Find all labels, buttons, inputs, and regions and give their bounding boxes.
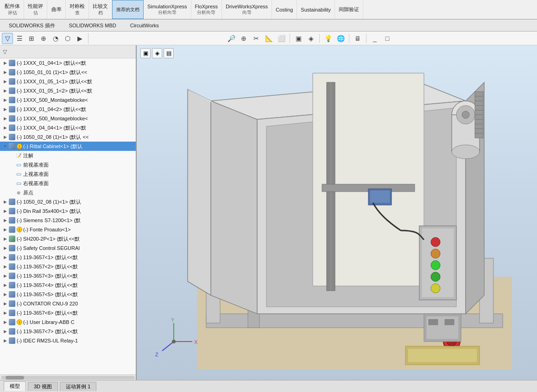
tree-item-item22[interactable]: ▶(-) CONTATOR CNU-9 220 — [0, 299, 136, 308]
tree-item-item8[interactable]: ▶(-) 1XXX_04_04<1> (默认<<默 — [0, 123, 136, 132]
tab-mbd[interactable]: SOLIDWORKS MBD — [62, 21, 123, 30]
tree-expand-item2[interactable]: ▶ — [2, 70, 8, 75]
tree-expand-item10[interactable]: ▼ — [2, 144, 8, 149]
vptool-display2[interactable]: ◈ — [305, 33, 316, 44]
viewport[interactable]: ▣ ◈ ▤ — [137, 45, 537, 380]
tree-item-item18[interactable]: ▶(-) 119-3657<2> (默认<<默 — [0, 262, 136, 271]
feature-tree[interactable]: ▶(-) 1XXX_01_04<1> (默认<<默▶(-) 1050_01_01… — [0, 58, 136, 374]
tree-expand-item8[interactable]: ▶ — [2, 125, 8, 130]
menu-driveworks[interactable]: DriveWorksXpress 向导 — [222, 0, 272, 19]
tree-expand-item7[interactable]: ▶ — [2, 116, 8, 121]
tree-expand-item15[interactable]: ▶ — [2, 236, 8, 241]
tree-item-item10e[interactable]: ⊕原点 — [0, 188, 136, 197]
toolbar-list-btn[interactable]: ☰ — [14, 33, 25, 44]
tree-expand-item6[interactable]: ▶ — [2, 107, 8, 112]
toolbar-shape-btn[interactable]: ⬡ — [62, 33, 73, 44]
tree-item-item16[interactable]: ▶(-) Safety Control SEGURAI — [0, 243, 136, 253]
svg-rect-23 — [370, 190, 390, 203]
horiz-scroll[interactable] — [0, 374, 136, 380]
tree-item-item3[interactable]: ▶(-) 1XXX_01_05_1<1> (默认<<默 — [0, 77, 136, 86]
tree-expand-item23[interactable]: ▶ — [2, 311, 8, 315]
tree-item-item17[interactable]: ▶(-) 119-3657<1> (默认<<默 — [0, 253, 136, 262]
tree-expand-item24[interactable]: ▶ — [2, 320, 8, 324]
vptool-zoom[interactable]: ⊕ — [238, 33, 249, 44]
tree-expand-item26[interactable]: ▶ — [2, 338, 8, 343]
vptool-monitor[interactable]: 🖥 — [352, 33, 363, 44]
tree-expand-item21[interactable]: ▶ — [2, 292, 8, 297]
menu-tuijian[interactable]: 推荐的文档 — [112, 0, 144, 19]
toolbar-target-btn[interactable]: ⊕ — [38, 33, 49, 44]
tree-item-item11[interactable]: ▶(-) 1050_02_08 (1)<1> (默认 — [0, 197, 136, 206]
vptool-measure[interactable]: 📐 — [263, 33, 274, 44]
menu-simulation[interactable]: SimulationXpress 分析向导 — [144, 0, 191, 19]
tree-item-item19[interactable]: ▶(-) 119-3657<3> (默认<<默 — [0, 271, 136, 280]
tree-item-item21[interactable]: ▶(-) 119-3657<5> (默认<<默 — [0, 290, 136, 299]
vp-perspective-icon[interactable]: ▣ — [140, 48, 151, 58]
tree-item-item6[interactable]: ▶(-) 1XXX_01_04<2> (默认<<默 — [0, 105, 136, 114]
toolbar-pie-btn[interactable]: ◔ — [50, 33, 61, 44]
vptool-win-min[interactable]: _ — [369, 33, 380, 44]
tree-item-item10c[interactable]: ▭上视基准面 — [0, 169, 136, 179]
status-tab-motion[interactable]: 运动算例 1 — [60, 382, 96, 391]
tree-expand-item19[interactable]: ▶ — [2, 274, 8, 278]
menu-sustainability[interactable]: Sustainability — [297, 0, 335, 19]
tree-expand-item18[interactable]: ▶ — [2, 264, 8, 269]
tree-item-item13[interactable]: ▶(-) Siemens S7-1200<1> (默 — [0, 216, 136, 225]
tree-expand-item20[interactable]: ▶ — [2, 283, 8, 287]
tree-item-item12[interactable]: ▶(-) Din Rail 35x400<1> (默认 — [0, 206, 136, 216]
tree-item-item25[interactable]: ▶(-) 119-3657<7> (默认<<默 — [0, 327, 136, 336]
tree-item-item10b[interactable]: ▭前视基准面 — [0, 160, 136, 169]
tree-item-item10d[interactable]: ▭右视基准面 — [0, 179, 136, 188]
tree-item-item15[interactable]: ▶(-) SH200-2P<1> (默认<<默 — [0, 234, 136, 243]
vptool-scene[interactable]: 🌐 — [335, 33, 346, 44]
vptool-box[interactable]: ⬜ — [276, 33, 287, 44]
menu-floxpress[interactable]: FloXpress 分析向导 — [191, 0, 222, 19]
status-tab-3dview[interactable]: 3D 视图 — [28, 382, 58, 391]
tree-expand-item13[interactable]: ▶ — [2, 218, 8, 223]
tree-item-item1[interactable]: ▶(-) 1XXX_01_04<1> (默认<<默 — [0, 58, 136, 68]
tree-item-item24[interactable]: ▶!(-) User Library-ABB C — [0, 317, 136, 327]
tab-circuit[interactable]: CircuitWorks — [123, 21, 166, 30]
tree-item-item4[interactable]: ▶(-) 1XXX_01_05_1<2> (默认<<默 — [0, 86, 136, 95]
vptool-search[interactable]: 🔎 — [226, 33, 237, 44]
menu-costing[interactable]: Costing — [272, 0, 297, 19]
tree-expand-item12[interactable]: ▶ — [2, 209, 8, 213]
toolbar-more-btn[interactable]: ▶ — [74, 33, 85, 44]
tree-item-item26[interactable]: ▶(-) IDEC RM2S-UL Relay-1 — [0, 336, 136, 345]
menu-bijiao[interactable]: 比较文 档 — [89, 0, 112, 19]
vptool-display1[interactable]: ▣ — [293, 33, 304, 44]
tab-plugin[interactable]: SOLIDWORKS 插件 — [2, 20, 62, 31]
tree-expand-item11[interactable]: ▶ — [2, 199, 8, 204]
menu-peijian[interactable]: 配件体 评估 — [1, 0, 24, 19]
menu-jianshu[interactable]: 间隙验证 — [335, 0, 363, 19]
menu-duichen[interactable]: 对称检 查 — [66, 0, 89, 19]
tree-expand-item4[interactable]: ▶ — [2, 88, 8, 93]
menu-xingneng[interactable]: 性能评 估 — [24, 0, 47, 19]
tree-item-item14[interactable]: ▶!(-) Fonte Proauto<1> — [0, 225, 136, 234]
tree-expand-item9[interactable]: ▶ — [2, 135, 8, 139]
status-tab-model[interactable]: 模型 — [4, 381, 26, 391]
tree-item-item2[interactable]: ▶(-) 1050_01_01 (1)<1> (默认<< — [0, 68, 136, 77]
vptool-cut[interactable]: ✂ — [251, 33, 262, 44]
tree-icon-comp — [8, 198, 16, 205]
tree-expand-item22[interactable]: ▶ — [2, 301, 8, 306]
tree-expand-item3[interactable]: ▶ — [2, 79, 8, 84]
tree-item-item20[interactable]: ▶(-) 119-3657<4> (默认<<默 — [0, 280, 136, 290]
tree-item-item23[interactable]: ▶(-) 119-3657<6> (默认<<默 — [0, 308, 136, 317]
tree-expand-item16[interactable]: ▶ — [2, 246, 8, 250]
tree-expand-item14[interactable]: ▶ — [2, 227, 8, 232]
menu-qulv[interactable]: 曲率 — [47, 0, 66, 19]
tree-expand-item25[interactable]: ▶ — [2, 329, 8, 334]
tree-item-item7[interactable]: ▶(-) 1XXX_500_Montageblocke< — [0, 114, 136, 123]
tree-expand-item1[interactable]: ▶ — [2, 61, 8, 65]
toolbar-grid-btn[interactable]: ⊞ — [26, 33, 37, 44]
tree-expand-item17[interactable]: ▶ — [2, 255, 8, 260]
vptool-light[interactable]: 💡 — [322, 33, 334, 44]
tree-item-item9[interactable]: ▶(-) 1050_02_08 (1)<1> (默认 << — [0, 132, 136, 142]
tree-expand-item5[interactable]: ▶ — [2, 98, 8, 102]
vptool-win-max[interactable]: □ — [382, 33, 393, 44]
tree-item-item10[interactable]: ▼!(-) Rittal Cabinet<1> (默认 — [0, 142, 136, 151]
tree-item-item5[interactable]: ▶(-) 1XXX_500_Montageblocke< — [0, 95, 136, 105]
toolbar-filter-btn[interactable]: ▽ — [2, 33, 13, 44]
tree-item-item10a[interactable]: 📝注解 — [0, 151, 136, 160]
